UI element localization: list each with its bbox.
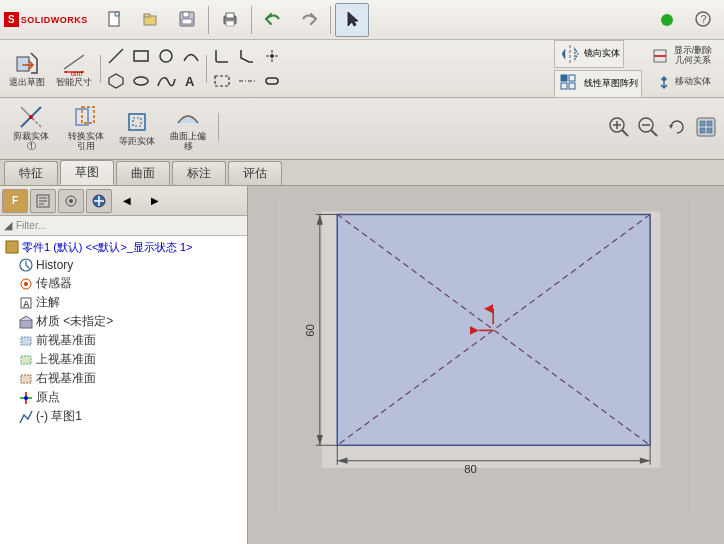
trim-label: 剪裁实体①: [9, 132, 53, 152]
polygon-button[interactable]: [104, 69, 128, 93]
app-name: SOLIDWORKS: [21, 15, 88, 25]
smart-dim-button[interactable]: dim 智能尺寸: [51, 44, 97, 94]
feature-tree: 零件1 (默认) <<默认>_显示状态 1> History 传感器: [0, 236, 247, 544]
options-button[interactable]: [650, 3, 684, 37]
tab-dimension[interactable]: 标注: [172, 161, 226, 185]
offset-entities-button[interactable]: 等距实体: [114, 102, 160, 152]
convert-entities-button[interactable]: 转换实体引用: [59, 102, 113, 152]
mirror-group: 镜向实体: [554, 40, 624, 68]
mirror-entities-button[interactable]: [558, 42, 582, 66]
zoom-out-button[interactable]: [634, 113, 662, 141]
top-toolbar: S SOLIDWORKS: [0, 0, 724, 160]
prev-nav-button[interactable]: ◀: [114, 189, 140, 213]
tree-origin-item[interactable]: 原点: [0, 388, 247, 407]
svg-text:?: ?: [701, 13, 707, 25]
tab-feature[interactable]: 特征: [4, 161, 58, 185]
smart-dim-icon: dim: [60, 49, 88, 77]
tree-top-plane-item[interactable]: 上视基准面: [0, 350, 247, 369]
chamfer-button[interactable]: [235, 44, 259, 68]
surface-offset-button[interactable]: 曲面上偏移: [161, 102, 215, 152]
ellipse-button[interactable]: [129, 69, 153, 93]
centerline-button[interactable]: [235, 69, 259, 93]
svg-rect-68: [6, 241, 18, 253]
line-button[interactable]: [104, 44, 128, 68]
help-button[interactable]: ?: [686, 3, 720, 37]
smart-dim-label: 智能尺寸: [56, 78, 92, 88]
open-file-button[interactable]: [134, 3, 168, 37]
tree-material-item[interactable]: 材质 <未指定>: [0, 312, 247, 331]
tree-front-plane-item[interactable]: 前视基准面: [0, 331, 247, 350]
trim-entities-button[interactable]: 剪裁实体①: [4, 102, 58, 152]
toolbar-row2: 退出草图 dim 智能尺寸: [0, 40, 724, 98]
feature-manager-button[interactable]: F: [2, 189, 28, 213]
sketch-canvas-area[interactable]: 80 60: [248, 186, 724, 544]
text-button[interactable]: A: [179, 69, 203, 93]
zoom-to-fit-button[interactable]: [605, 113, 633, 141]
exit-sketch-icon: [13, 49, 41, 77]
show-hide-button[interactable]: 显示/删除几何关系: [647, 44, 720, 68]
tree-annotation-item[interactable]: A 注解: [0, 293, 247, 312]
next-nav-button[interactable]: ▶: [142, 189, 168, 213]
svg-text:A: A: [23, 299, 30, 309]
svg-point-23: [270, 54, 274, 58]
select-button[interactable]: [335, 3, 369, 37]
right-tools: 镜向实体 线性草图阵列: [554, 40, 642, 98]
arc-button[interactable]: [179, 44, 203, 68]
svg-line-40: [32, 118, 41, 127]
tree-sensor-item[interactable]: 传感器: [0, 274, 247, 293]
svg-point-41: [29, 115, 33, 119]
save-button[interactable]: [170, 3, 204, 37]
right-plane-icon: [18, 371, 34, 387]
view-orient-button[interactable]: [692, 113, 720, 141]
linear-pattern-button[interactable]: [558, 72, 582, 96]
offset-label: 等距实体: [119, 137, 155, 147]
point-button[interactable]: [260, 44, 284, 68]
svg-text:A: A: [185, 74, 195, 89]
svg-rect-33: [569, 75, 575, 81]
new-file-button[interactable]: [98, 3, 132, 37]
redo-button[interactable]: [292, 3, 326, 37]
convert-icon: [72, 103, 100, 131]
svg-rect-4: [183, 12, 189, 17]
spline-button[interactable]: [154, 69, 178, 93]
filter-icon: ◢: [4, 219, 12, 232]
move-entities-button[interactable]: 移动实体: [647, 70, 720, 94]
front-plane-label: 前视基准面: [36, 332, 96, 349]
construction-button[interactable]: [210, 69, 234, 93]
sketch-svg: 80 60: [278, 196, 694, 514]
separator: [208, 6, 209, 34]
fillet-button[interactable]: [210, 44, 234, 68]
tree-right-plane-item[interactable]: 右视基准面: [0, 369, 247, 388]
dim-xpert-button[interactable]: [86, 189, 112, 213]
svg-line-12: [64, 55, 84, 69]
circle-button[interactable]: [154, 44, 178, 68]
exit-sketch-button[interactable]: 退出草图: [4, 44, 50, 94]
top-plane-label: 上视基准面: [36, 351, 96, 368]
property-manager-button[interactable]: [30, 189, 56, 213]
svg-text:80: 80: [464, 463, 477, 475]
sensor-icon: [18, 276, 34, 292]
tab-sketch[interactable]: 草图: [60, 160, 114, 185]
rotate-view-button[interactable]: [663, 113, 691, 141]
tree-root-item[interactable]: 零件1 (默认) <<默认>_显示状态 1>: [0, 238, 247, 256]
exit-sketch-label: 退出草图: [9, 78, 45, 88]
svg-rect-11: [17, 57, 29, 71]
right-tools2: 显示/删除几何关系 移动实体: [647, 44, 720, 94]
undo-button[interactable]: [256, 3, 290, 37]
svg-line-17: [109, 49, 123, 63]
rect-button[interactable]: [129, 44, 153, 68]
tree-sketch1-item[interactable]: (-) 草图1: [0, 407, 247, 426]
config-manager-button[interactable]: [58, 189, 84, 213]
svg-rect-5: [182, 19, 192, 24]
tab-evaluate[interactable]: 评估: [228, 161, 282, 185]
svg-rect-58: [707, 128, 712, 133]
svg-line-47: [622, 130, 628, 136]
svg-rect-34: [561, 83, 567, 89]
print-button[interactable]: [213, 3, 247, 37]
part-icon: [4, 239, 20, 255]
svg-rect-30: [266, 78, 278, 84]
offset-icon: [123, 108, 151, 136]
tab-surface[interactable]: 曲面: [116, 161, 170, 185]
slot-button[interactable]: [260, 69, 284, 93]
tree-history-item[interactable]: History: [0, 256, 247, 274]
